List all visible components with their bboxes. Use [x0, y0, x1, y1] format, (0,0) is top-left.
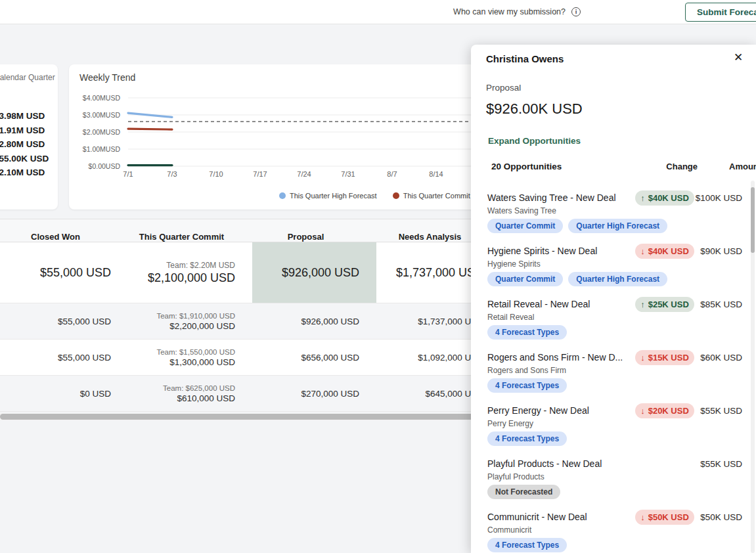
series-line [128, 129, 172, 129]
opportunity-name-link[interactable]: Retail Reveal - New Deal [487, 299, 631, 309]
x-axis-tick-label: 7/1 [123, 170, 133, 178]
change-value: $40K USD [648, 193, 689, 203]
commit-cell[interactable]: Team: $625,000 USD $610,000 USD [128, 376, 252, 411]
opportunities-count: 20 Opportunities [491, 162, 562, 171]
opportunity-tags: 4 Forecast Types [487, 325, 567, 340]
column-header-proposal: Proposal [252, 219, 376, 242]
opportunity-account: Rogers and Sons Firm [487, 366, 566, 375]
summary-value: $2.10M USD [0, 166, 49, 180]
opportunity-row[interactable]: Waters Saving Tree - New Deal Waters Sav… [471, 192, 756, 246]
opportunity-account: Playful Products [487, 472, 545, 481]
opportunity-name-link[interactable]: Communicrit - New Deal [487, 512, 631, 522]
category-total: $926.00K USD [486, 100, 583, 118]
change-value: $15K USD [648, 353, 689, 363]
x-axis-tick-label: 8/14 [429, 170, 443, 178]
change-value: $25K USD [648, 299, 689, 309]
summary-value: $55.00K USD [0, 152, 49, 166]
commit-cell[interactable]: Team: $2.20M USD $2,100,000 USD [128, 242, 252, 303]
legend-label: This Quarter Commit [403, 192, 470, 200]
opportunity-name-link[interactable]: Waters Saving Tree - New Deal [487, 192, 631, 203]
opportunity-row[interactable]: Rogers and Sons Firm - New D... Rogers a… [471, 352, 756, 405]
y-axis-tick-label: $2.00MUSD [83, 128, 121, 136]
forecast-type-pill: Quarter Commit [487, 219, 563, 233]
forecast-type-pill: 4 Forecast Types [487, 325, 567, 340]
closed-won-cell[interactable]: $55,000 USD [0, 303, 128, 339]
opportunity-change-badge: ↓ $20K USD [635, 403, 694, 418]
summary-values: $3.98M USD $1.91M USD $2.80M USD $55.00K… [0, 109, 49, 180]
opportunity-row[interactable]: Communicrit - New Deal Communicrit 4 For… [471, 512, 756, 553]
legend-item[interactable]: This Quarter High Forecast [279, 192, 377, 200]
owner-detail-panel: Christina Owens ✕ Proposal $926.00K USD … [471, 45, 756, 553]
x-axis-tick-label: 8/7 [387, 170, 397, 178]
period-selector-label[interactable]: Calendar Quarter [0, 73, 55, 82]
closed-won-cell[interactable]: $0 USD [0, 376, 128, 411]
expand-opportunities-link[interactable]: Expand Opportunities [488, 136, 581, 146]
opportunity-amount: $100K USD [696, 193, 742, 203]
opportunity-name-link[interactable]: Playful Products - New Deal [487, 458, 631, 469]
opportunity-change-badge: ↓ $40K USD [635, 244, 694, 259]
commit-cell[interactable]: Team: $1,910,000 USD $2,200,000 USD [128, 303, 252, 339]
column-header-closed-won: Closed Won [0, 219, 128, 242]
opportunity-row[interactable]: Perry Energy - New Deal Perry Energy 4 F… [471, 405, 756, 458]
opportunity-amount: $60K USD [700, 353, 742, 363]
proposal-cell[interactable]: $270,000 USD [252, 376, 376, 411]
x-axis-tick-label: 7/31 [341, 170, 355, 178]
opportunities-list-header: 20 Opportunities Change Amount [471, 162, 756, 173]
x-axis-tick-label: 7/3 [167, 170, 177, 178]
info-icon[interactable]: i [571, 7, 581, 16]
y-axis-tick-label: $4.00MUSD [83, 94, 121, 102]
opportunity-change-badge: ↑ $40K USD [635, 190, 694, 206]
closed-won-cell[interactable]: $55,000 USD [0, 340, 128, 375]
forecast-type-pill: 4 Forecast Types [487, 431, 567, 446]
commit-cell[interactable]: Team: $1,550,000 USD $1,300,000 USD [128, 340, 252, 375]
opportunity-account: Communicrit [487, 525, 531, 535]
change-arrow-icon: ↑ [640, 299, 645, 309]
close-icon[interactable]: ✕ [734, 51, 743, 64]
team-amount: Team: $1,550,000 USD [156, 348, 235, 356]
closed-won-cell[interactable]: $55,000 USD [0, 242, 128, 303]
forecast-type-pill: Quarter High Forecast [568, 272, 667, 286]
forecast-type-pill: 4 Forecast Types [487, 378, 567, 393]
opportunity-name-link[interactable]: Hygiene Spirits - New Deal [487, 246, 631, 256]
submit-forecast-button[interactable]: Submit Forecast [685, 3, 756, 22]
opportunity-row[interactable]: Retail Reveal - New Deal Retail Reveal 4… [471, 299, 756, 352]
y-axis-tick-label: $1.00MUSD [83, 145, 121, 153]
y-axis-tick-label: $3.00MUSD [83, 111, 121, 119]
summary-value: $3.98M USD [0, 109, 49, 123]
opportunity-name-link[interactable]: Rogers and Sons Firm - New D... [487, 352, 631, 363]
opportunity-change-badge: ↓ $15K USD [635, 350, 694, 365]
top-bar: Who can view my submission? i Submit For… [0, 0, 756, 24]
panel-title: Christina Owens [486, 53, 564, 64]
opportunity-change-badge: ↑ $25K USD [635, 297, 694, 312]
opportunity-amount: $50K USD [700, 512, 742, 522]
forecast-type-pill: Quarter High Forecast [568, 219, 667, 233]
proposal-cell-selected[interactable]: $926,000 USD [252, 242, 376, 303]
change-arrow-icon: ↓ [640, 512, 645, 522]
proposal-cell[interactable]: $656,000 USD [252, 340, 376, 375]
opportunities-list: Waters Saving Tree - New Deal Waters Sav… [471, 192, 756, 553]
opportunity-name-link[interactable]: Perry Energy - New Deal [487, 405, 631, 416]
opportunity-amount: $85K USD [700, 299, 742, 309]
legend-dot-icon [279, 192, 286, 199]
forecast-category-label: Proposal [486, 83, 521, 93]
vertical-scrollbar[interactable] [751, 181, 755, 553]
x-axis-tick-label: 7/10 [209, 170, 223, 178]
opportunity-row[interactable]: Playful Products - New Deal Playful Prod… [471, 458, 756, 512]
opportunity-tags: Quarter CommitQuarter High Forecast [487, 272, 667, 286]
legend-item[interactable]: This Quarter Commit [393, 192, 470, 200]
opportunity-account: Hygiene Spirits [487, 259, 541, 269]
forecast-type-pill: Not Forecasted [487, 485, 560, 499]
team-amount: Team: $625,000 USD [163, 384, 235, 392]
opportunity-row[interactable]: Hygiene Spirits - New Deal Hygiene Spiri… [471, 246, 756, 299]
proposal-cell[interactable]: $926,000 USD [252, 303, 376, 339]
opportunity-amount: $55K USD [700, 459, 742, 469]
opportunity-amount: $90K USD [700, 246, 742, 256]
change-arrow-icon: ↑ [640, 193, 645, 203]
opportunity-tags: Quarter CommitQuarter High Forecast [487, 219, 667, 233]
change-arrow-icon: ↓ [640, 406, 645, 416]
vertical-scrollbar-thumb[interactable] [751, 187, 755, 253]
change-value: $20K USD [648, 406, 689, 416]
opportunity-account: Waters Saving Tree [487, 206, 556, 215]
summary-card: Calendar Quarter $3.98M USD $1.91M USD $… [0, 64, 58, 210]
opportunity-tags: 4 Forecast Types [487, 431, 567, 446]
